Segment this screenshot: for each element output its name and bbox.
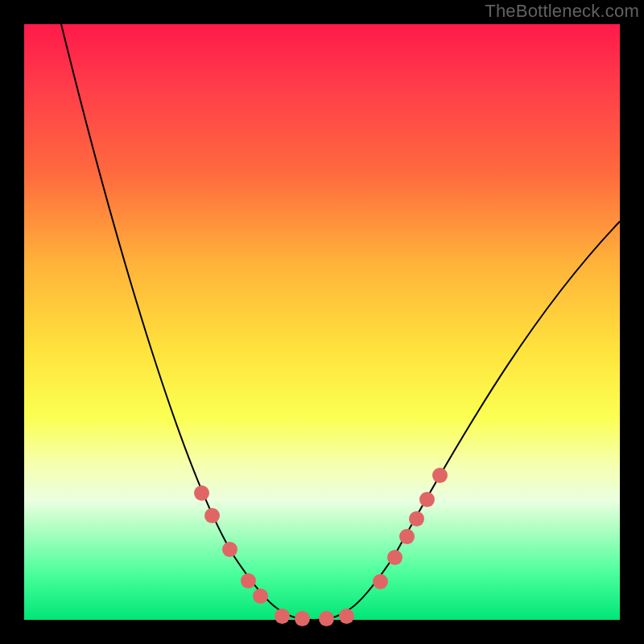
marker-dot (295, 611, 310, 626)
marker-dot (419, 492, 435, 507)
marker-dot (194, 485, 209, 501)
watermark-text: TheBottleneck.com (485, 1, 639, 22)
plot-area (24, 24, 620, 620)
marker-dot (241, 573, 256, 588)
bottleneck-curve (24, 24, 620, 620)
marker-dot (432, 468, 448, 483)
marker-dot (275, 609, 290, 624)
marker-dot (373, 574, 388, 589)
marker-dot (319, 611, 334, 626)
marker-dot (387, 550, 402, 565)
outer-frame: TheBottleneck.com (0, 0, 644, 644)
curve-path (61, 24, 620, 620)
marker-dot (409, 511, 424, 526)
marker-dot (253, 588, 268, 604)
marker-dot (399, 529, 415, 544)
marker-dot (339, 609, 354, 624)
marker-dot (204, 508, 220, 523)
marker-dot (222, 542, 237, 557)
